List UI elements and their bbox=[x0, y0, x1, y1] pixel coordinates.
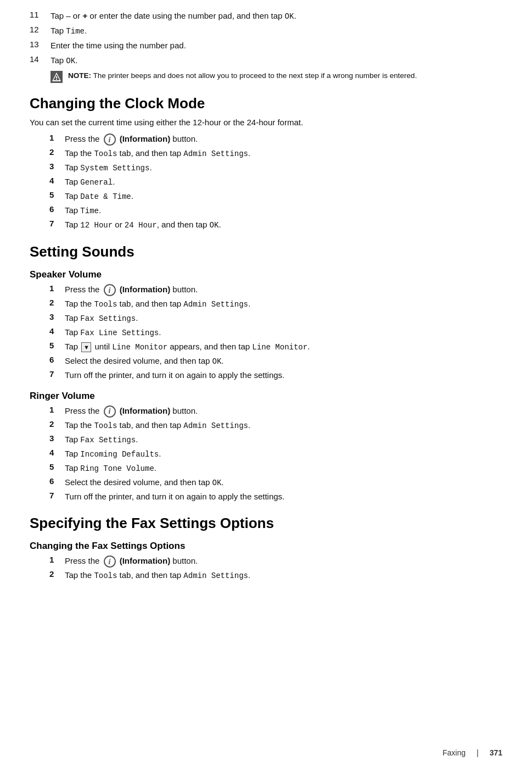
speaker-steps: 1 Press the i (Information) button. 2 Ta… bbox=[49, 284, 502, 382]
section-fax-heading: Specifying the Fax Settings Options bbox=[30, 515, 502, 532]
step-text: Press the i (Information) button. bbox=[65, 555, 502, 568]
section-clock-heading: Changing the Clock Mode bbox=[30, 95, 502, 112]
top-list: 11 Tap – or + or enter the date using th… bbox=[30, 10, 502, 67]
step-text: Tap the Tools tab, and then tap Admin Se… bbox=[65, 298, 502, 310]
step-text: Tap the Tools tab, and then tap Admin Se… bbox=[65, 569, 502, 582]
note-icon bbox=[51, 71, 63, 83]
item-num: 12 bbox=[30, 25, 51, 37]
step-num: 1 bbox=[49, 284, 65, 296]
item-num: 11 bbox=[30, 10, 51, 23]
footer-section: Faxing bbox=[443, 748, 466, 757]
scroll-icon: ▼ bbox=[81, 342, 91, 352]
step-num: 3 bbox=[49, 433, 65, 446]
list-item: 5 Tap Date & Time. bbox=[49, 190, 502, 203]
section-sounds-heading: Setting Sounds bbox=[30, 243, 502, 260]
list-item: 6 Select the desired volume, and then ta… bbox=[49, 355, 502, 368]
step-text: Tap the Tools tab, and then tap Admin Se… bbox=[65, 419, 502, 432]
info-icon: i bbox=[104, 405, 116, 418]
step-text: Tap Incoming Defaults. bbox=[65, 448, 502, 460]
step-text: Press the i (Information) button. bbox=[65, 405, 502, 418]
list-item: 2 Tap the Tools tab, and then tap Admin … bbox=[49, 419, 502, 432]
list-item: 13 Enter the time using the number pad. bbox=[30, 40, 502, 52]
list-item: 14 Tap OK. bbox=[30, 54, 502, 67]
list-item: 5 Tap Ring Tone Volume. bbox=[49, 462, 502, 475]
step-text: Tap Date & Time. bbox=[65, 190, 502, 203]
step-num: 1 bbox=[49, 133, 65, 146]
step-text: Tap System Settings. bbox=[65, 162, 502, 174]
info-icon: i bbox=[104, 134, 116, 146]
list-item: 1 Press the i (Information) button. bbox=[49, 284, 502, 296]
info-icon: i bbox=[104, 284, 116, 296]
step-num: 7 bbox=[49, 369, 65, 382]
step-num: 5 bbox=[49, 341, 65, 353]
step-num: 2 bbox=[49, 569, 65, 582]
step-num: 5 bbox=[49, 462, 65, 475]
speaker-volume-heading: Speaker Volume bbox=[30, 269, 502, 280]
step-text: Press the i (Information) button. bbox=[65, 133, 502, 146]
step-text: Press the i (Information) button. bbox=[65, 284, 502, 296]
step-num: 7 bbox=[49, 491, 65, 503]
step-text: Turn off the printer, and turn it on aga… bbox=[65, 369, 502, 382]
info-icon: i bbox=[104, 555, 116, 568]
list-item: 3 Tap System Settings. bbox=[49, 162, 502, 174]
step-text: Tap Ring Tone Volume. bbox=[65, 462, 502, 475]
list-item: 5 Tap ▼ until Line Monitor appears, and … bbox=[49, 341, 502, 353]
step-text: Tap the Tools tab, and then tap Admin Se… bbox=[65, 147, 502, 160]
list-item: 3 Tap Fax Settings. bbox=[49, 312, 502, 325]
step-num: 4 bbox=[49, 176, 65, 188]
list-item: 1 Press the i (Information) button. bbox=[49, 133, 502, 146]
step-text: Tap General. bbox=[65, 176, 502, 188]
step-num: 5 bbox=[49, 190, 65, 203]
step-num: 1 bbox=[49, 555, 65, 568]
clock-intro: You can set the current time using eithe… bbox=[30, 116, 502, 129]
step-text: Tap Fax Line Settings. bbox=[65, 326, 502, 339]
step-text: Tap Fax Settings. bbox=[65, 312, 502, 325]
step-text: Select the desired volume, and then tap … bbox=[65, 355, 502, 368]
step-text: Tap Time. bbox=[65, 204, 502, 217]
item-num: 14 bbox=[30, 54, 51, 67]
list-item: 12 Tap Time. bbox=[30, 25, 502, 37]
footer-page: 371 bbox=[490, 748, 502, 757]
list-item: 7 Turn off the printer, and turn it on a… bbox=[49, 491, 502, 503]
step-num: 7 bbox=[49, 219, 65, 231]
item-text: Enter the time using the number pad. bbox=[51, 40, 502, 52]
list-item: 6 Tap Time. bbox=[49, 204, 502, 217]
fax-steps: 1 Press the i (Information) button. 2 Ta… bbox=[49, 555, 502, 582]
list-item: 4 Tap Fax Line Settings. bbox=[49, 326, 502, 339]
list-item: 4 Tap Incoming Defaults. bbox=[49, 448, 502, 460]
ringer-volume-heading: Ringer Volume bbox=[30, 391, 502, 402]
list-item: 1 Press the i (Information) button. bbox=[49, 405, 502, 418]
note-box: NOTE: The printer beeps and does not all… bbox=[51, 70, 502, 83]
list-item: 1 Press the i (Information) button. bbox=[49, 555, 502, 568]
step-num: 6 bbox=[49, 204, 65, 217]
step-num: 4 bbox=[49, 448, 65, 460]
step-num: 3 bbox=[49, 162, 65, 174]
step-text: Tap ▼ until Line Monitor appears, and th… bbox=[65, 341, 502, 353]
item-text: Tap Time. bbox=[51, 25, 502, 37]
note-text: NOTE: The printer beeps and does not all… bbox=[68, 70, 417, 81]
step-text: Select the desired volume, and then tap … bbox=[65, 476, 502, 489]
step-num: 2 bbox=[49, 298, 65, 310]
item-text: Tap OK. bbox=[51, 54, 502, 67]
step-num: 6 bbox=[49, 355, 65, 368]
list-item: 4 Tap General. bbox=[49, 176, 502, 188]
list-item: 3 Tap Fax Settings. bbox=[49, 433, 502, 446]
list-item: 7 Turn off the printer, and turn it on a… bbox=[49, 369, 502, 382]
step-num: 3 bbox=[49, 312, 65, 325]
list-item: 2 Tap the Tools tab, and then tap Admin … bbox=[49, 569, 502, 582]
footer-separator: | bbox=[477, 748, 479, 757]
page-footer: Faxing | 371 bbox=[443, 748, 502, 757]
clock-steps: 1 Press the i (Information) button. 2 Ta… bbox=[49, 133, 502, 231]
changing-fax-heading: Changing the Fax Settings Options bbox=[30, 541, 502, 552]
step-text: Turn off the printer, and turn it on aga… bbox=[65, 491, 502, 503]
list-item: 2 Tap the Tools tab, and then tap Admin … bbox=[49, 298, 502, 310]
step-num: 4 bbox=[49, 326, 65, 339]
list-item: 6 Select the desired volume, and then ta… bbox=[49, 476, 502, 489]
step-num: 2 bbox=[49, 147, 65, 160]
step-num: 1 bbox=[49, 405, 65, 418]
list-item: 2 Tap the Tools tab, and then tap Admin … bbox=[49, 147, 502, 160]
step-num: 2 bbox=[49, 419, 65, 432]
step-num: 6 bbox=[49, 476, 65, 489]
step-text: Tap 12 Hour or 24 Hour, and then tap OK. bbox=[65, 219, 502, 231]
item-num: 13 bbox=[30, 40, 51, 52]
